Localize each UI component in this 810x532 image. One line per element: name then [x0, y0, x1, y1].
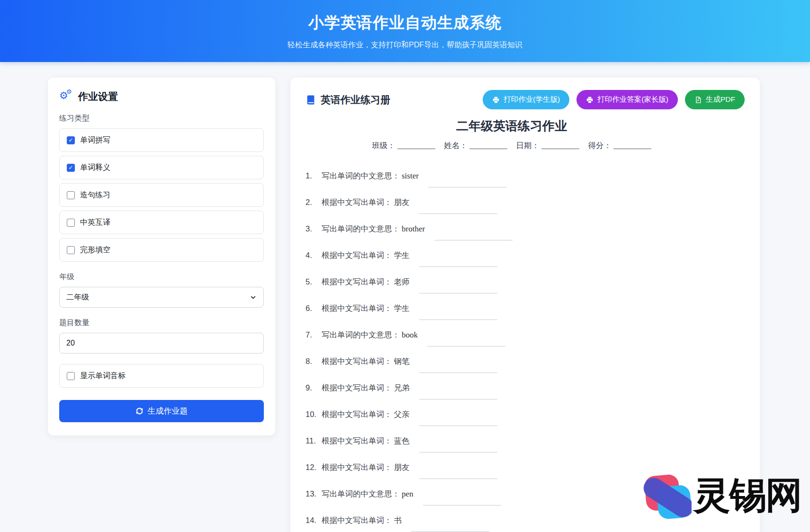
- generate-homework-label: 生成作业题: [148, 406, 188, 417]
- worksheet-panel-title-text: 英语作业练习册: [321, 93, 390, 106]
- question-row: 6. 根据中文写出单词： 学生: [306, 303, 718, 314]
- print-student-label: 打印作业(学生版): [504, 95, 560, 105]
- answer-blank: [419, 426, 497, 426]
- practice-type-checkbox[interactable]: [67, 164, 75, 172]
- answer-blank: [419, 452, 497, 452]
- question-prompt: 写出单词的中文意思：: [322, 489, 400, 499]
- question-row: 11. 根据中文写出单词： 蓝色: [306, 436, 718, 446]
- question-number: 10.: [306, 410, 322, 419]
- question-prompt: 写出单词的中文意思：: [322, 330, 400, 340]
- info-field: 班级：: [372, 141, 435, 151]
- practice-type-checkbox[interactable]: [67, 246, 75, 254]
- question-word: sister: [402, 171, 419, 181]
- practice-type-list: 单词拼写 单词释义 造句练习 中英互译 完形填空: [59, 128, 264, 262]
- question-number: 3.: [306, 224, 322, 233]
- question-prompt: 根据中文写出单词：: [322, 197, 392, 208]
- site-logo: 灵锡网: [642, 468, 801, 523]
- question-word: 朋友: [394, 197, 410, 208]
- question-prompt: 根据中文写出单词：: [322, 436, 392, 446]
- question-prompt: 根据中文写出单词：: [322, 277, 392, 287]
- question-prompt: 根据中文写出单词：: [322, 356, 392, 367]
- answer-blank: [434, 240, 513, 240]
- site-logo-text: 灵锡网: [693, 477, 801, 514]
- info-field-label: 日期：: [516, 141, 540, 150]
- question-word: 老师: [394, 277, 410, 287]
- pdf-file-icon: [694, 96, 702, 104]
- answer-blank: [428, 187, 506, 187]
- question-number: 5.: [306, 277, 322, 286]
- question-prompt: 写出单词的中文意思：: [322, 224, 400, 234]
- question-word: brother: [402, 224, 425, 234]
- answer-blank: [419, 266, 497, 267]
- info-field: 得分：: [588, 141, 651, 151]
- question-row: 10. 根据中文写出单词： 父亲: [306, 409, 718, 420]
- practice-type-option-label: 完形填空: [80, 245, 110, 255]
- generate-pdf-label: 生成PDF: [706, 95, 735, 105]
- question-word: pen: [402, 489, 414, 499]
- question-word: 学生: [394, 250, 410, 261]
- practice-type-option[interactable]: 单词释义: [59, 156, 264, 179]
- settings-title-text: 作业设置: [78, 90, 118, 103]
- app-subtitle: 轻松生成各种英语作业，支持打印和PDF导出，帮助孩子巩固英语知识: [0, 40, 810, 50]
- print-answers-label: 打印作业答案(家长版): [597, 95, 668, 105]
- grade-select-value: 二年级: [66, 293, 89, 302]
- count-label: 题目数量: [59, 318, 264, 328]
- question-word: 兄弟: [394, 383, 410, 393]
- question-number: 13.: [306, 489, 322, 498]
- question-word: book: [402, 330, 418, 340]
- practice-type-checkbox[interactable]: [67, 136, 75, 144]
- worksheet-panel-title: 英语作业练习册: [306, 93, 390, 106]
- practice-type-option[interactable]: 中英互译: [59, 211, 264, 234]
- content-area: ⚙⚙ 作业设置 练习类型 单词拼写 单词释义 造句练习 中英互译 完形填空 年级…: [0, 62, 810, 532]
- generate-homework-button[interactable]: 生成作业题: [59, 400, 264, 422]
- worksheet-info-line: 班级： 姓名： 日期： 得分：: [306, 141, 718, 151]
- info-field-blank: [469, 142, 507, 149]
- question-word: 父亲: [394, 409, 410, 420]
- printer-icon: [586, 96, 594, 104]
- info-field: 日期：: [516, 141, 579, 151]
- question-word: 钢笔: [394, 356, 410, 367]
- info-field: 姓名：: [444, 141, 507, 151]
- question-number: 6.: [306, 304, 322, 313]
- grade-select[interactable]: 二年级: [59, 287, 264, 308]
- question-word: 学生: [394, 303, 410, 314]
- info-field-blank: [397, 142, 435, 149]
- question-prompt: 根据中文写出单词：: [322, 250, 392, 261]
- question-prompt: 写出单词的中文意思：: [322, 171, 400, 181]
- printer-icon: [492, 96, 500, 104]
- practice-type-checkbox[interactable]: [67, 219, 75, 227]
- answer-blank: [427, 346, 505, 346]
- question-row: 5. 根据中文写出单词： 老师: [306, 277, 718, 287]
- question-number: 7.: [306, 330, 322, 339]
- question-row: 3. 写出单词的中文意思： brother: [306, 224, 718, 234]
- question-row: 9. 根据中文写出单词： 兄弟: [306, 383, 718, 393]
- show-phonetic-checkbox[interactable]: [67, 372, 75, 380]
- practice-type-option-label: 单词拼写: [80, 135, 110, 145]
- question-number: 14.: [306, 516, 322, 525]
- question-row: 1. 写出单词的中文意思： sister: [306, 171, 718, 181]
- practice-type-option[interactable]: 完形填空: [59, 238, 264, 262]
- practice-type-checkbox[interactable]: [67, 191, 75, 199]
- settings-panel: ⚙⚙ 作业设置 练习类型 单词拼写 单词释义 造句练习 中英互译 完形填空 年级…: [48, 78, 275, 435]
- question-count-input[interactable]: [59, 333, 264, 354]
- gears-icon: ⚙⚙: [59, 91, 73, 102]
- show-phonetic-label: 显示单词音标: [80, 371, 126, 381]
- question-number: 8.: [306, 357, 322, 366]
- question-row: 2. 根据中文写出单词： 朋友: [306, 197, 718, 208]
- practice-type-option[interactable]: 单词拼写: [59, 128, 264, 152]
- question-number: 4.: [306, 251, 322, 260]
- question-row: 7. 写出单词的中文意思： book: [306, 330, 718, 340]
- practice-type-option[interactable]: 造句练习: [59, 183, 264, 207]
- answer-blank: [423, 505, 501, 505]
- info-field-blank: [613, 142, 651, 149]
- generate-pdf-button[interactable]: 生成PDF: [685, 90, 745, 109]
- answer-blank: [419, 372, 497, 373]
- print-student-button[interactable]: 打印作业(学生版): [483, 90, 569, 109]
- print-answers-button[interactable]: 打印作业答案(家长版): [576, 90, 678, 109]
- info-field-blank: [541, 142, 579, 149]
- info-field-label: 姓名：: [444, 141, 468, 150]
- question-row: 8. 根据中文写出单词： 钢笔: [306, 356, 718, 367]
- show-phonetic-option[interactable]: 显示单词音标: [59, 364, 264, 388]
- app-header: 小学英语作业自动生成系统 轻松生成各种英语作业，支持打印和PDF导出，帮助孩子巩…: [0, 0, 810, 62]
- practice-type-option-label: 单词释义: [80, 163, 110, 173]
